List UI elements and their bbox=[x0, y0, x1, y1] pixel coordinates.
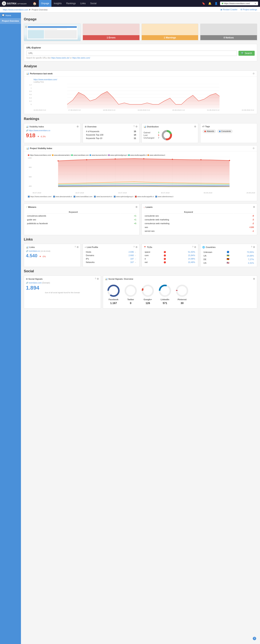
cb-label-1: www.alessiamartalo.it bbox=[56, 196, 72, 198]
url-example2[interactable]: https://de.sistrix.com/ bbox=[72, 57, 90, 59]
logo-sub: OPTIMIZER bbox=[17, 3, 27, 5]
cb-label-5: www.studiocappello.it bbox=[137, 196, 154, 198]
tld-flag-1: 🔴 bbox=[163, 254, 173, 257]
facebook-label: Facebook bbox=[108, 298, 118, 300]
losers-row-3[interactable]: seo >100 bbox=[144, 226, 255, 229]
nav-url-bar[interactable]: https://www.evemilano.com/ ▼ bbox=[220, 2, 258, 5]
lp-arrow-2: → bbox=[135, 258, 136, 260]
links-gear-icon[interactable]: ⚙ bbox=[77, 246, 79, 248]
search-button[interactable]: 🔍 Search bbox=[238, 51, 255, 56]
social-circle-pinterest: Pinterest 30 bbox=[175, 284, 189, 304]
tag-consulente[interactable]: Consulente bbox=[217, 130, 233, 133]
nav-links[interactable]: Links bbox=[78, 0, 88, 7]
x-label-5: 21.08.2018 0:12 bbox=[207, 109, 219, 111]
tlds-help[interactable]: ? bbox=[192, 246, 193, 248]
url-explorer-header: URL-Explorer bbox=[26, 46, 255, 49]
checkbox-5[interactable]: www.studiocappello.it bbox=[135, 196, 154, 198]
y-label-0: 1.2 bbox=[27, 84, 32, 86]
breadcrumb-home[interactable]: https://www.evemilano.com bbox=[3, 8, 28, 11]
distribution-gear-icon[interactable]: ⚙ bbox=[194, 125, 196, 128]
tlds-gear[interactable]: ⚙ bbox=[194, 246, 196, 248]
losers-row-4[interactable]: servizi seo -1 bbox=[144, 229, 255, 233]
legend-item-2: www.ivanobiasi.com bbox=[71, 154, 89, 156]
visibility-gear-icon[interactable]: ⚙ bbox=[77, 125, 79, 128]
social-domain[interactable]: 🔗 evemilano.com (Domain) bbox=[26, 282, 99, 284]
nav-rankings[interactable]: Rankings bbox=[64, 0, 78, 7]
checkbox-2[interactable]: www.ivanodblasi.com bbox=[74, 196, 92, 198]
winners-change-1: +1 bbox=[120, 218, 137, 221]
lp-label-2: IPs bbox=[85, 257, 112, 260]
country-label-3: US bbox=[203, 261, 225, 264]
winners-row-0[interactable]: consulenza adwords +1 bbox=[26, 214, 137, 218]
rankings-section-title: Rankings bbox=[24, 117, 257, 121]
checkbox-4[interactable]: www.optimizedgroup.it bbox=[114, 196, 133, 198]
restart-crawler-btn[interactable]: ▶ Restart Crawler bbox=[221, 8, 237, 11]
nav-bell-icon[interactable]: 🔔 bbox=[207, 1, 212, 6]
project-settings-btn[interactable]: ⚙ Project settings bbox=[240, 8, 257, 11]
sidebar-item-project-overview[interactable]: Project Overview bbox=[0, 18, 21, 24]
proj-vis-gear-icon[interactable]: ⚙ bbox=[252, 147, 255, 150]
url-input[interactable] bbox=[26, 50, 237, 56]
url-example1[interactable]: https://www.sistrix.de/ bbox=[51, 57, 70, 59]
google-donut bbox=[141, 284, 155, 298]
sidebar-item-home[interactable]: 💬 Home bbox=[0, 12, 21, 18]
analyse-section-title: Analyse bbox=[24, 64, 257, 68]
links-domain[interactable]: 🔗 evemilano.co (22.08.2018) bbox=[26, 250, 79, 252]
checkbox-1[interactable]: www.alessiamartalo.it bbox=[53, 196, 72, 198]
winners-card: ↑ Winners ⚙ Keyword consulenza adw bbox=[24, 204, 140, 235]
pv-y-3: 400 bbox=[26, 185, 32, 187]
onpage-errors-box[interactable]: 1 Errors bbox=[83, 24, 140, 41]
link-profile-gear[interactable]: ⚙ bbox=[136, 246, 138, 248]
social-gear-icon[interactable]: ⚙ bbox=[97, 278, 99, 280]
lost-value: 5 bbox=[158, 134, 159, 136]
countries-help[interactable]: ? bbox=[251, 246, 252, 248]
links-change: 🔻 -0% bbox=[39, 255, 46, 258]
visibility-domain[interactable]: 🔗 https://www.evemilano.co bbox=[26, 130, 79, 132]
losers-keyword-0: consulente seo bbox=[144, 214, 233, 218]
checkbox-6[interactable]: www.valentinomea.it bbox=[155, 196, 173, 198]
lp-value-0[interactable]: 2.696 → bbox=[112, 250, 137, 254]
links-help-icon[interactable]: ? bbox=[75, 246, 76, 248]
winners-row-1[interactable]: guide seo +1 bbox=[26, 218, 137, 221]
nav-social[interactable]: Social bbox=[88, 0, 99, 7]
link-profile-title: Link Profile bbox=[87, 246, 98, 248]
lp-value-3[interactable]: 167 → bbox=[112, 261, 137, 264]
svg-point-23 bbox=[143, 158, 144, 159]
performance-chart: 📊 Performance last week ⚙ https://www.ev… bbox=[24, 70, 257, 114]
nav-insights[interactable]: Insights bbox=[51, 0, 64, 7]
winners-gear-icon[interactable]: ⚙ bbox=[136, 206, 138, 208]
losers-row-1[interactable]: consulente web marketing -3 bbox=[144, 218, 255, 221]
distribution-stats: Gained 3 Lost 5 Unchanged 7 bbox=[144, 131, 159, 139]
nav-home[interactable]: 🏠 bbox=[31, 0, 39, 7]
nav-url-dropdown-icon[interactable]: ▼ bbox=[254, 2, 256, 4]
nav-bookmark-icon[interactable]: 🔖 bbox=[201, 1, 206, 6]
nav-onpage[interactable]: Onpage bbox=[39, 0, 52, 7]
social-help-icon[interactable]: ? bbox=[95, 278, 96, 280]
losers-gear-icon[interactable]: ⚙ bbox=[253, 206, 255, 208]
onpage-preview-box[interactable] bbox=[24, 24, 81, 41]
lp-value-1[interactable]: 2.660 → bbox=[112, 254, 137, 257]
twitter-value: 0 bbox=[130, 302, 132, 304]
tag-adwords[interactable]: Adwords bbox=[203, 130, 216, 133]
onpage-notices-box[interactable]: 0 Notices bbox=[200, 24, 257, 41]
checkbox-0[interactable]: https://www.evemilano.com/ bbox=[28, 196, 52, 198]
help-button[interactable]: ? bbox=[253, 637, 256, 640]
tag-adwords-dot bbox=[204, 131, 206, 132]
overview-gear-icon[interactable]: ⚙ bbox=[136, 125, 138, 128]
nav-user-icon[interactable]: 👤 bbox=[214, 1, 218, 6]
losers-row-2[interactable]: consulenza web marketing -2 bbox=[144, 222, 255, 225]
pinterest-value: 30 bbox=[181, 302, 184, 304]
overview-help-icon[interactable]: ? bbox=[133, 125, 135, 128]
proj-vis-title: Project Visibility Index bbox=[30, 147, 52, 150]
countries-gear[interactable]: ⚙ bbox=[253, 246, 255, 248]
onpage-warnings-box[interactable]: 1 Warnings bbox=[142, 24, 198, 41]
social-overview-gear[interactable]: ⚙ bbox=[253, 278, 255, 280]
losers-row-0[interactable]: consulente seo -9 bbox=[144, 214, 255, 218]
lp-value-2[interactable]: 187 → bbox=[112, 257, 137, 260]
perf-gear-icon[interactable]: ⚙ bbox=[252, 72, 255, 75]
winners-row-2[interactable]: pubblicità su facebook +5 bbox=[26, 222, 137, 225]
link-profile-help[interactable]: ? bbox=[133, 246, 135, 248]
onpage-preview-img bbox=[24, 24, 81, 41]
checkbox-3[interactable]: www.lauraventurini.it bbox=[94, 196, 112, 198]
legend-item-0: https://www.evemilano.com/ bbox=[28, 154, 51, 156]
